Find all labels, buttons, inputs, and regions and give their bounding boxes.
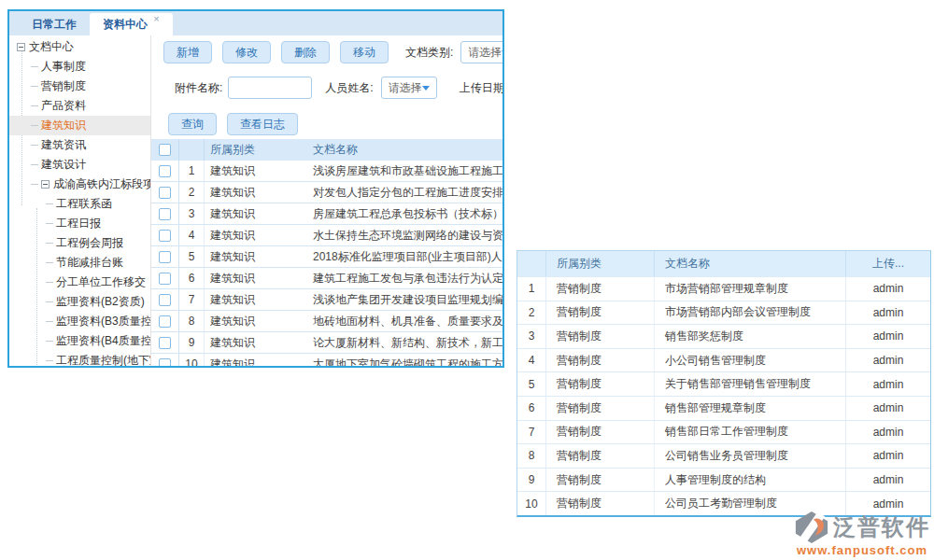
close-icon[interactable]: × — [153, 13, 159, 24]
toolbar-button[interactable]: 新增 — [163, 41, 212, 63]
table-row[interactable]: 7 营销制度 销售部日常工作管理制度 admin — [517, 420, 930, 444]
table-row[interactable]: 9 营销制度 人事管理制度的结构 admin — [517, 468, 930, 492]
tree-item[interactable]: 监理资料(B2资质) — [9, 292, 150, 312]
table-row[interactable]: 5 建筑知识 2018标准化监理项目部(业主项目部)人员... — [151, 246, 502, 268]
row-doc-name: 关于销售部管理销售管理制度 — [655, 372, 846, 396]
toolbar-button[interactable]: 修改 — [222, 41, 271, 63]
table-row[interactable]: 9 建筑知识 论大厦新材料、新结构、新技术，新工... — [151, 332, 502, 354]
select-all-checkbox[interactable] — [159, 144, 171, 156]
tree-item-label: 工程联系函 — [56, 196, 112, 212]
table-body: 1 营销制度 市场营销部管理规章制度 admin 2 营销制度 市场营销部内部会… — [517, 276, 930, 515]
table-row[interactable]: 10 建筑知识 大厦地下室加气砼墙砌筑工程的施工方... — [151, 354, 502, 366]
row-category: 建筑知识 — [205, 161, 309, 181]
tree-connector — [31, 105, 38, 106]
tree-item[interactable]: 分工单位工作移交 — [9, 273, 150, 292]
row-doc-name: 浅谈地产集团开发建设项目监理规划编... — [309, 289, 502, 310]
row-number: 2 — [179, 182, 205, 203]
row-doc-name: 地砖地面材料、机具准备、质量要求及... — [309, 311, 502, 331]
tree-connector — [31, 145, 38, 146]
tab-data-center[interactable]: 资料中心 × — [90, 13, 173, 35]
tree-item[interactable]: 工程日报 — [9, 214, 150, 233]
tree-item[interactable]: 工程联系函 — [9, 194, 150, 214]
row-checkbox[interactable] — [159, 294, 171, 306]
tree-item-label: 成渝高铁内江标段项目 — [53, 176, 151, 192]
tree-connector — [46, 262, 53, 263]
row-checkbox[interactable] — [159, 230, 171, 242]
row-checkbox[interactable] — [159, 315, 171, 328]
tree-item[interactable]: 工程质量控制(地下室) — [9, 351, 150, 366]
table-row[interactable]: 8 建筑知识 地砖地面材料、机具准备、质量要求及... — [151, 311, 502, 332]
tree-item[interactable]: 营销制度 — [9, 77, 150, 96]
row-category: 建筑知识 — [205, 225, 309, 245]
tree-item[interactable]: 文档中心 — [9, 37, 150, 57]
table-row[interactable]: 2 营销制度 市场营销部内部会议管理制度 admin — [517, 301, 930, 325]
row-checkbox[interactable] — [159, 273, 171, 285]
table-row[interactable]: 8 营销制度 公司销售业务员管理制度 admin — [517, 443, 930, 468]
table-row[interactable]: 1 建筑知识 浅谈房屋建筑和市政基础设施工程施工... — [151, 161, 502, 182]
person-name-select[interactable]: 请选择 — [381, 77, 437, 99]
tree-connector — [31, 184, 38, 185]
row-doc-name: 对发包人指定分包的工程施工进度安排... — [309, 182, 502, 203]
row-number: 7 — [179, 289, 205, 310]
table-row[interactable]: 4 建筑知识 水土保持生态环境监测网络的建设与资... — [151, 225, 502, 246]
action-button[interactable]: 查询 — [168, 113, 217, 135]
tree-item[interactable]: 产品资料 — [9, 96, 150, 116]
toolbar-button[interactable]: 移动 — [340, 41, 389, 63]
tree-item-label: 监理资料(B2资质) — [56, 294, 145, 310]
table-row[interactable]: 3 营销制度 销售部奖惩制度 admin — [517, 324, 930, 348]
row-number: 3 — [179, 203, 205, 224]
row-doc-name: 大厦地下室加气砼墙砌筑工程的施工方... — [309, 354, 502, 366]
row-checkbox[interactable] — [159, 251, 171, 263]
row-checkbox[interactable] — [159, 165, 171, 177]
action-button[interactable]: 查看日志 — [227, 113, 298, 135]
row-number: 10 — [179, 354, 205, 366]
tab-daily-work[interactable]: 日常工作 — [19, 13, 90, 35]
attachment-name-input[interactable] — [228, 77, 312, 99]
screen: 日常工作 资料中心 × 文档中心 人事制度 — [0, 0, 934, 560]
tree-item[interactable]: 成渝高铁内江标段项目 — [9, 175, 150, 194]
row-category: 建筑知识 — [205, 332, 309, 353]
row-category: 营销制度 — [546, 349, 655, 372]
tree-item[interactable]: 人事制度 — [9, 57, 150, 77]
toolbar-button[interactable]: 删除 — [281, 41, 330, 63]
documents-table: 所属别类 文档名称 1 建筑知识 浅谈房屋建筑和市政基础设施工程施工... — [151, 139, 502, 366]
person-name-label: 人员姓名: — [325, 80, 373, 96]
table-row[interactable]: 6 建筑知识 建筑工程施工发包与承包违法行为认定... — [151, 268, 502, 289]
row-uploader: admin — [846, 372, 930, 396]
tree-item[interactable]: 节能减排台账 — [9, 253, 150, 273]
row-checkbox[interactable] — [159, 208, 171, 220]
row-category: 营销制度 — [546, 397, 655, 420]
table-row[interactable]: 3 建筑知识 房屋建筑工程总承包投标书（技术标）... — [151, 203, 502, 225]
table-row[interactable]: 2 建筑知识 对发包人指定分包的工程施工进度安排... — [151, 182, 502, 203]
row-checkbox[interactable] — [159, 358, 171, 367]
collapse-icon[interactable] — [17, 43, 25, 51]
table-row[interactable]: 5 营销制度 关于销售部管理销售管理制度 admin — [517, 371, 930, 396]
doc-category-select[interactable]: 请选择 — [460, 41, 502, 63]
collapse-icon[interactable] — [41, 180, 50, 189]
toolbar: 新增修改删除移动 文档类别: 请选择 文档 — [151, 41, 502, 63]
table-row[interactable]: 7 建筑知识 浅谈地产集团开发建设项目监理规划编... — [151, 289, 502, 311]
row-uploader: admin — [846, 325, 930, 348]
chevron-down-icon — [502, 50, 502, 55]
table-row[interactable]: 6 营销制度 销售部管理规章制度 admin — [517, 396, 930, 420]
category-column-header: 所属别类 — [205, 139, 309, 161]
row-category: 建筑知识 — [205, 246, 309, 267]
tree-connector — [31, 125, 38, 126]
tree-item[interactable]: 建筑资讯 — [9, 135, 150, 155]
row-checkbox[interactable] — [159, 187, 171, 199]
row-checkbox[interactable] — [159, 337, 171, 349]
tree-connector — [46, 341, 53, 342]
tree-item-label: 建筑设计 — [41, 157, 86, 173]
table-row[interactable]: 1 营销制度 市场营销部管理规章制度 admin — [517, 276, 930, 301]
tree-item[interactable]: 监理资料(B4质量控制) — [9, 331, 150, 351]
row-category: 建筑知识 — [205, 354, 309, 366]
tree-item[interactable]: 建筑设计 — [9, 155, 150, 175]
fanpu-logo-icon — [794, 510, 829, 545]
row-number: 2 — [517, 301, 546, 325]
tree-item-label: 人事制度 — [41, 59, 86, 75]
row-doc-name: 论大厦新材料、新结构、新技术，新工... — [309, 332, 502, 353]
table-row[interactable]: 4 营销制度 小公司销售管理制度 admin — [517, 348, 930, 372]
tree-item[interactable]: 建筑知识 — [9, 116, 150, 135]
tree-item[interactable]: 监理资料(B3质量控制) — [9, 312, 150, 331]
tree-item[interactable]: 工程例会周报 — [9, 233, 150, 253]
